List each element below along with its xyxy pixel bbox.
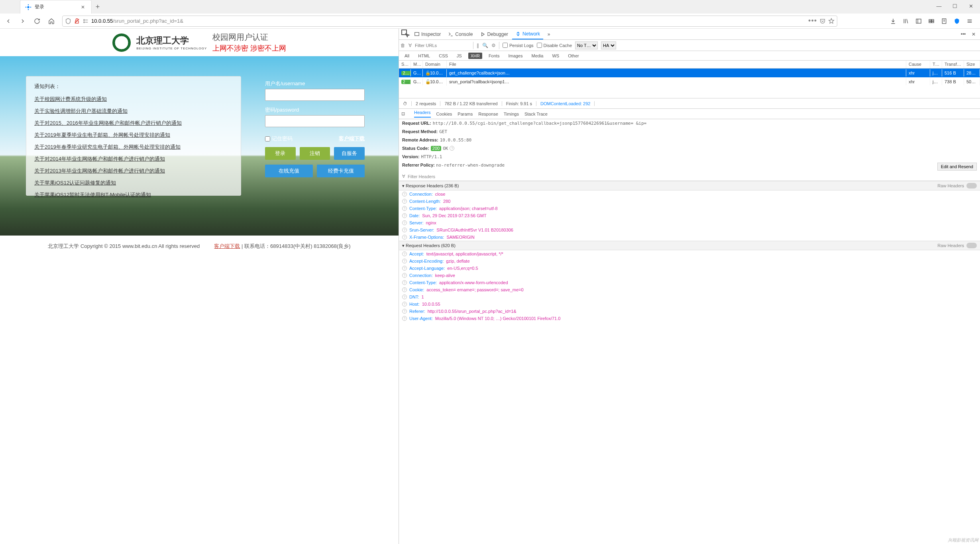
- detail-tab-headers[interactable]: Headers: [414, 110, 431, 118]
- notice-link[interactable]: 关于对2013年毕业生网络帐户和邮件帐户进行销户的通知: [34, 168, 165, 174]
- help-icon[interactable]: ?: [402, 220, 407, 225]
- help-icon[interactable]: ?: [402, 213, 407, 218]
- reload-button[interactable]: [31, 15, 43, 27]
- type-ws[interactable]: WS: [550, 53, 562, 59]
- help-icon[interactable]: ?: [402, 302, 407, 306]
- devtools-close-icon[interactable]: ✕: [969, 31, 978, 37]
- response-headers-section[interactable]: ▾ Response Headers (236 B)Raw Headers: [399, 181, 980, 190]
- tab-console[interactable]: Console: [445, 29, 476, 39]
- maximize-button[interactable]: ☐: [951, 3, 959, 9]
- forward-button[interactable]: [17, 15, 29, 27]
- containers-icon[interactable]: [926, 15, 937, 27]
- detail-tab-stack[interactable]: Stack Trace: [524, 112, 548, 116]
- overflow-tabs-icon[interactable]: »: [544, 31, 554, 37]
- close-tab-icon[interactable]: ✕: [81, 4, 86, 10]
- help-icon[interactable]: ?: [402, 295, 407, 299]
- pocket-icon[interactable]: [819, 18, 826, 24]
- tab-inspector[interactable]: Inspector: [411, 29, 444, 39]
- notice-link[interactable]: 关于实验性调增部分用户基础流量的通知: [34, 108, 128, 114]
- pause-icon[interactable]: ‖: [477, 43, 479, 48]
- recharge-button[interactable]: 在线充值: [265, 165, 313, 177]
- url-bar[interactable]: 10.0.0.55/srun_portal_pc.php?ac_id=1& ••…: [62, 16, 837, 27]
- help-icon[interactable]: ?: [402, 251, 407, 256]
- type-css[interactable]: CSS: [436, 53, 450, 59]
- detail-tab-cookies[interactable]: Cookies: [436, 112, 452, 116]
- help-icon[interactable]: ?: [450, 146, 454, 151]
- client-download-link[interactable]: 客户端下载: [339, 135, 365, 142]
- help-icon[interactable]: ?: [402, 192, 407, 196]
- perf-icon[interactable]: ⏱: [399, 101, 412, 106]
- disable-cache-checkbox[interactable]: Disable Cache: [537, 43, 572, 48]
- edit-resend-button[interactable]: Edit and Resend: [937, 163, 977, 171]
- password-input[interactable]: [265, 115, 365, 127]
- tab-debugger[interactable]: Debugger: [477, 29, 511, 39]
- browser-tab[interactable]: 登录 ✕: [20, 0, 92, 14]
- table-row[interactable]: 200 GET 🔓10.0.0.… get_challenge?callback…: [399, 69, 980, 77]
- library-icon[interactable]: [900, 15, 911, 27]
- raw-headers-toggle[interactable]: [966, 183, 977, 189]
- notice-link[interactable]: 关于校园网计费系统升级的通知: [34, 96, 107, 102]
- notice-link[interactable]: 关于2019年春季毕业研究生电子邮箱、外网帐号处理安排的通知: [34, 144, 181, 150]
- help-icon[interactable]: ?: [402, 309, 407, 314]
- sidebar-icon[interactable]: [913, 15, 924, 27]
- type-html[interactable]: HTML: [416, 53, 432, 59]
- type-fonts[interactable]: Fonts: [486, 53, 502, 59]
- settings-gear-icon[interactable]: ⚙: [491, 43, 496, 48]
- help-icon[interactable]: ?: [402, 206, 407, 211]
- type-images[interactable]: Images: [506, 53, 525, 59]
- notice-link[interactable]: 关于苹果iOS12暂时无法使用BIT-Mobile认证的通知: [34, 192, 151, 198]
- help-icon[interactable]: ?: [402, 235, 407, 240]
- help-icon[interactable]: ?: [402, 228, 407, 232]
- trash-icon[interactable]: 🗑: [401, 43, 405, 48]
- persist-logs-checkbox[interactable]: Persist Logs: [503, 43, 534, 48]
- menu-icon[interactable]: [964, 15, 975, 27]
- filter-headers-input[interactable]: Filter Headers: [408, 174, 435, 179]
- filter-urls-input[interactable]: [415, 43, 470, 48]
- detail-tab-response[interactable]: Response: [478, 112, 498, 116]
- search-icon[interactable]: 🔍: [482, 43, 488, 48]
- notice-link[interactable]: 关于2019年夏季毕业生电子邮箱、外网帐号处理安排的通知: [34, 132, 170, 138]
- filter-icon[interactable]: ∀: [408, 43, 412, 48]
- bookmark-star-icon[interactable]: [828, 18, 835, 24]
- help-icon[interactable]: ?: [402, 316, 407, 321]
- request-headers-section[interactable]: ▾ Request Headers (620 B)Raw Headers: [399, 241, 980, 250]
- back-button[interactable]: [2, 15, 14, 27]
- notice-link[interactable]: 关于对2015、2016年毕业生网络帐户和邮件帐户进行销户的通知: [34, 120, 182, 126]
- home-button[interactable]: [45, 15, 57, 27]
- notes-icon[interactable]: [939, 15, 950, 27]
- help-icon[interactable]: ?: [402, 280, 407, 285]
- selfservice-button[interactable]: 自服务: [334, 147, 365, 160]
- page-actions-icon[interactable]: •••: [808, 17, 817, 25]
- detail-tab-params[interactable]: Params: [458, 112, 473, 116]
- type-all[interactable]: All: [402, 53, 412, 59]
- help-icon[interactable]: ?: [402, 273, 407, 278]
- tab-network[interactable]: Network: [512, 29, 543, 39]
- help-icon[interactable]: ?: [402, 266, 407, 271]
- help-icon[interactable]: ?: [402, 287, 407, 292]
- close-window-button[interactable]: ✕: [966, 3, 975, 9]
- table-row[interactable]: 200 GET 🔓10.0.0.… srun_portal?callback=j…: [399, 77, 980, 86]
- minimize-button[interactable]: —: [935, 3, 943, 9]
- login-button[interactable]: 登录: [265, 147, 296, 160]
- type-js[interactable]: JS: [454, 53, 464, 59]
- devtools-menu-icon[interactable]: •••: [958, 31, 968, 37]
- username-input[interactable]: [265, 89, 365, 101]
- notice-link[interactable]: 关于苹果iOS12认证问题修复的通知: [34, 180, 116, 186]
- help-icon[interactable]: ?: [402, 199, 407, 204]
- notice-link[interactable]: 关于对2014年毕业生网络帐户和邮件帐户进行销户的通知: [34, 156, 165, 162]
- logout-button[interactable]: 注销: [300, 147, 330, 160]
- help-icon[interactable]: ?: [402, 259, 407, 263]
- inspect-element-icon[interactable]: [401, 29, 410, 39]
- footer-download-link[interactable]: 客户端下载: [214, 243, 240, 249]
- new-tab-button[interactable]: +: [92, 3, 104, 11]
- type-other[interactable]: Other: [566, 53, 581, 59]
- detail-tab-timings[interactable]: Timings: [504, 112, 519, 116]
- close-detail-icon[interactable]: ⊡: [401, 111, 408, 116]
- type-xhr[interactable]: XHR: [468, 53, 482, 59]
- raw-headers-toggle[interactable]: [966, 243, 977, 248]
- ublock-icon[interactable]: [951, 15, 962, 27]
- har-select[interactable]: HA: [601, 41, 616, 49]
- cardrecharge-button[interactable]: 经费卡充值: [317, 165, 365, 177]
- throttle-select[interactable]: No T…: [575, 41, 598, 49]
- type-media[interactable]: Media: [529, 53, 546, 59]
